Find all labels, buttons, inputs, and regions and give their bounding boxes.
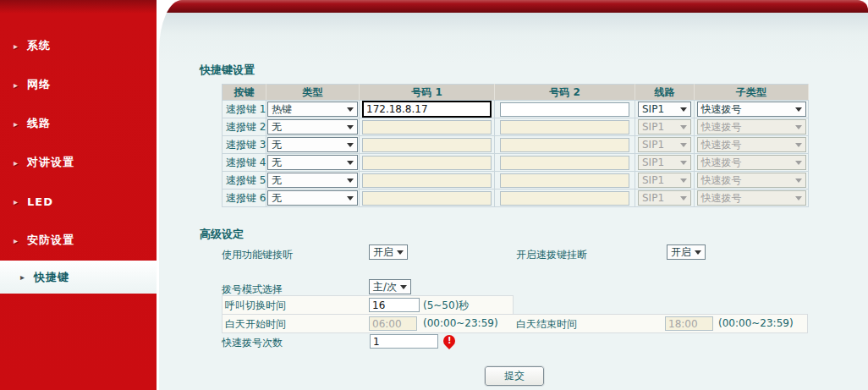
- subtype-select-value: 快速拨号: [701, 138, 742, 152]
- main-area: 快捷键设置 按键 类型 号码 1 号码 2 线路 子: [157, 0, 868, 390]
- key-label: 速撥键 5: [222, 172, 266, 190]
- chevron-down-icon: [795, 161, 802, 165]
- subtype-select-value: 快速拨号: [701, 156, 742, 170]
- chevron-down-icon: [347, 143, 354, 147]
- table-row: 速撥键 4 无 SIP1 快速拨号: [222, 154, 809, 172]
- type-select[interactable]: 无: [267, 137, 358, 152]
- number1-input: [362, 156, 492, 170]
- number2-input: [500, 156, 629, 170]
- subtype-select: 快速拨号: [697, 173, 806, 188]
- line-select-value: SIP1: [642, 139, 664, 151]
- speed-hangup-value: 开启: [671, 245, 691, 260]
- subtype-select-value: 快速拨号: [701, 102, 742, 117]
- menu-arrow-icon: ▸: [14, 80, 19, 90]
- type-select-value: 无: [272, 191, 282, 206]
- call-switch-time-input[interactable]: [369, 298, 420, 312]
- number1-input[interactable]: [362, 101, 492, 118]
- menu-arrow-icon: ▸: [14, 119, 19, 129]
- fn-key-answer-label: 使用功能键接听: [222, 248, 293, 262]
- subtype-select: 快速拨号: [697, 190, 806, 206]
- shortcut-keys-table-wrap: 按键 类型 号码 1 号码 2 线路 子类型 速撥键 1 热键: [222, 84, 809, 207]
- line-select[interactable]: SIP1: [638, 102, 691, 117]
- type-select-value: 无: [272, 173, 282, 188]
- number1-input: [362, 120, 492, 135]
- submit-button[interactable]: 提交: [485, 366, 544, 386]
- top-banner: [159, 0, 868, 13]
- sidebar-item-network[interactable]: ▸ 网络: [0, 76, 157, 93]
- type-select[interactable]: 无: [267, 155, 358, 170]
- number2-input[interactable]: [500, 102, 629, 117]
- table-row: 速撥键 2 无 SIP1 快速拨号: [222, 118, 809, 136]
- type-select-value: 无: [272, 138, 282, 152]
- section-title-advanced: 高级设定: [200, 227, 244, 242]
- sidebar-item-line[interactable]: ▸ 线路: [0, 115, 157, 132]
- sidebar-item-label: 对讲设置: [27, 155, 74, 170]
- call-switch-time-label: 呼叫切换时间: [225, 299, 286, 313]
- speed-hangup-select[interactable]: 开启: [667, 244, 706, 260]
- number1-input: [362, 173, 492, 188]
- type-select[interactable]: 无: [267, 190, 358, 206]
- col-header-type: 类型: [266, 85, 360, 101]
- number2-input: [500, 191, 629, 206]
- line-select: SIP1: [638, 173, 691, 188]
- fn-key-answer-select[interactable]: 开启: [369, 244, 408, 260]
- table-row: 速撥键 1 热键 SIP1 快速拨号: [222, 101, 809, 118]
- menu-arrow-icon: ▸: [14, 236, 19, 245]
- sidebar-item-led[interactable]: ▸ LED: [0, 193, 157, 210]
- subtype-select[interactable]: 快速拨号: [697, 102, 806, 117]
- col-header-subtype: 子类型: [695, 85, 809, 101]
- chevron-down-icon: [400, 285, 407, 289]
- key-label: 速撥键 3: [222, 136, 266, 154]
- line-select-value: SIP1: [642, 121, 664, 133]
- col-header-number2: 号码 2: [495, 85, 635, 101]
- sidebar-item-system[interactable]: ▸ 系统: [0, 37, 157, 54]
- table-row: 速撥键 3 无 SIP1 快速拨号: [222, 136, 809, 154]
- number1-input: [362, 138, 492, 152]
- dial-mode-select[interactable]: 主/次: [369, 279, 411, 294]
- line-select-value: SIP1: [642, 192, 664, 204]
- table-row: 速撥键 6 无 SIP1 快速拨号: [222, 190, 809, 207]
- sidebar-item-shortcut-keys[interactable]: ▸ 快捷键: [0, 261, 157, 294]
- sidebar-item-label: 系统: [27, 38, 51, 53]
- chevron-down-icon: [795, 107, 802, 112]
- chevron-down-icon: [347, 196, 354, 200]
- number2-input: [500, 138, 629, 152]
- speed-dial-count-input[interactable]: [370, 334, 438, 349]
- menu-arrow-icon: ▸: [14, 197, 19, 206]
- key-label: 速撥键 6: [222, 190, 266, 207]
- day-end-label: 白天结束时间: [516, 317, 577, 332]
- chevron-down-icon: [795, 196, 802, 200]
- type-select[interactable]: 无: [267, 173, 358, 188]
- sidebar-item-security-settings[interactable]: ▸ 安防设置: [0, 232, 157, 249]
- day-end-input: [665, 316, 713, 331]
- col-header-number1: 号码 1: [360, 85, 495, 101]
- sidebar-item-label: 网络: [27, 77, 51, 92]
- line-select-value: SIP1: [642, 103, 664, 115]
- table-header-row: 按键 类型 号码 1 号码 2 线路 子类型: [222, 85, 809, 101]
- sidebar: ▸ 系统 ▸ 网络 ▸ 线路 ▸ 对讲设置 ▸ LED ▸ 安防设置 ▸ 快捷键: [0, 0, 157, 390]
- chevron-down-icon: [397, 250, 404, 255]
- chevron-down-icon: [795, 125, 802, 129]
- number1-input: [362, 191, 492, 206]
- chevron-down-icon: [795, 179, 802, 183]
- type-select-value: 无: [272, 156, 282, 170]
- chevron-down-icon: [347, 179, 354, 183]
- type-select[interactable]: 热键: [267, 102, 358, 117]
- dial-mode-value: 主/次: [373, 280, 397, 294]
- page: ▸ 系统 ▸ 网络 ▸ 线路 ▸ 对讲设置 ▸ LED ▸ 安防设置 ▸ 快捷键: [0, 0, 868, 390]
- chevron-down-icon: [347, 107, 354, 112]
- chevron-down-icon: [680, 196, 687, 200]
- subtype-select-value: 快速拨号: [701, 191, 742, 206]
- section-title-shortcut: 快捷键设置: [200, 63, 255, 78]
- chevron-down-icon: [680, 161, 687, 165]
- content: 快捷键设置 按键 类型 号码 1 号码 2 线路 子: [159, 13, 868, 390]
- sidebar-item-intercom-settings[interactable]: ▸ 对讲设置: [0, 154, 157, 171]
- type-select-value: 无: [272, 120, 282, 135]
- sidebar-item-label: 快捷键: [34, 270, 69, 285]
- line-select-value: SIP1: [642, 157, 664, 168]
- type-select[interactable]: 无: [267, 119, 358, 135]
- day-end-hint: (00:00~23:59): [718, 317, 794, 329]
- chevron-down-icon: [795, 143, 802, 147]
- chevron-down-icon: [680, 179, 687, 183]
- menu-arrow-icon: ▸: [14, 41, 19, 51]
